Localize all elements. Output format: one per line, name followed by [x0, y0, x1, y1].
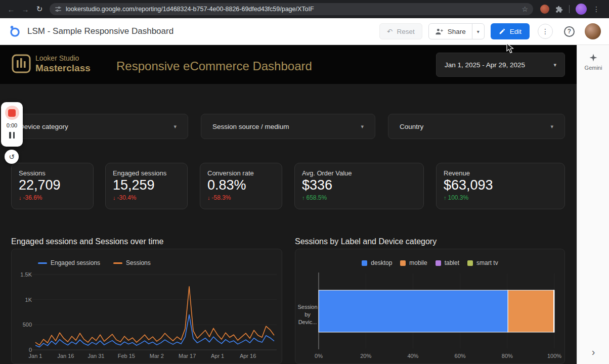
- scorecard-label: Avg. Order Value: [302, 169, 416, 177]
- scorecard-delta: ↑ 658.5%: [302, 194, 416, 201]
- gemini-label: Gemini: [585, 65, 602, 71]
- chevron-down-icon: ▾: [173, 123, 177, 130]
- legend-item: mobile: [400, 259, 427, 266]
- lsm-logo: Looker Studio Masterclass: [11, 54, 91, 74]
- stop-recording-button[interactable]: [5, 106, 19, 120]
- delta-value: -30.4%: [117, 194, 137, 201]
- scorecard-avg-order-value[interactable]: Avg. Order Value $336 ↑ 658.5%: [294, 163, 424, 209]
- filter-country[interactable]: Country ▾: [388, 114, 565, 139]
- scorecard-sessions[interactable]: Sessions 22,709 ↓ -36.6%: [11, 163, 94, 209]
- legend-swatch: [113, 262, 122, 264]
- lsm-logo-line2: Masterclass: [35, 63, 91, 73]
- svg-text:1.5K: 1.5K: [20, 271, 32, 278]
- svg-text:100%: 100%: [547, 353, 561, 359]
- delta-arrow-icon: ↑: [302, 195, 305, 201]
- legend-item: Engaged sessions: [38, 259, 100, 266]
- line-chart: 05001K1.5KJan 1Jan 16Jan 31Feb 15Mar 2Ma…: [12, 249, 282, 364]
- line-chart-panel[interactable]: Engaged sessions Sessions 05001K1.5KJan …: [11, 249, 282, 364]
- svg-text:Jan 1: Jan 1: [29, 353, 42, 359]
- scorecard-engaged-sessions[interactable]: Engaged sessions 15,259 ↓ -30.4%: [105, 163, 188, 209]
- stacked-bar-chart: 0%20%40%60%80%100%SessionbyDevic...: [295, 249, 565, 364]
- more-options-button[interactable]: ⋮: [538, 24, 553, 39]
- bar-chart-panel[interactable]: desktop mobile tablet smart tv 0%20%40%6…: [295, 249, 565, 364]
- back-icon[interactable]: ←: [4, 5, 18, 14]
- scorecard-label: Engaged sessions: [113, 169, 180, 177]
- undo-icon: ↶: [387, 27, 393, 35]
- extensions-puzzle-icon[interactable]: [555, 6, 563, 13]
- legend-item: smart tv: [467, 259, 498, 266]
- svg-text:20%: 20%: [360, 353, 371, 359]
- legend-item: desktop: [362, 259, 392, 266]
- person-add-icon: [435, 27, 444, 36]
- scorecard-delta: ↓ -30.4%: [113, 194, 180, 201]
- legend-label: tablet: [445, 259, 459, 266]
- delta-value: 658.5%: [307, 194, 327, 201]
- forward-icon[interactable]: →: [18, 5, 32, 14]
- svg-text:Feb 15: Feb 15: [118, 353, 135, 359]
- svg-text:Mar 2: Mar 2: [150, 353, 164, 359]
- pause-recording-button[interactable]: [9, 132, 15, 139]
- url-bar[interactable]: lookerstudio.google.com/reporting/1d4683…: [50, 3, 533, 15]
- screen-recorder-widget: 0:00: [1, 102, 23, 147]
- delta-value: -58.3%: [212, 194, 231, 201]
- browser-menu-icon[interactable]: ⋮: [593, 5, 600, 13]
- delta-arrow-icon: ↓: [113, 195, 116, 201]
- svg-text:by: by: [304, 311, 311, 317]
- right-rail: Gemini ›: [577, 45, 609, 364]
- collapse-panel-chevron[interactable]: ›: [577, 346, 609, 358]
- svg-text:60%: 60%: [455, 353, 466, 359]
- delta-value: -36.6%: [23, 194, 42, 201]
- help-icon[interactable]: ?: [564, 26, 575, 37]
- scorecard-value: 0.83%: [207, 177, 275, 193]
- pencil-icon: [499, 28, 506, 35]
- legend-swatch: [362, 260, 367, 266]
- legend-label: Sessions: [126, 259, 151, 266]
- lsm-logo-line1: Looker Studio: [35, 54, 91, 63]
- report-title[interactable]: LSM - Sample Responsive Dashboard: [27, 26, 173, 36]
- gemini-button[interactable]: Gemini: [577, 53, 609, 71]
- date-range-value: Jan 1, 2025 - Apr 29, 2025: [445, 61, 525, 69]
- user-avatar[interactable]: [585, 23, 601, 39]
- scorecard-value: $336: [302, 177, 416, 193]
- svg-text:1K: 1K: [25, 297, 32, 303]
- refresh-icon[interactable]: ↻: [32, 5, 47, 14]
- filter-session-source[interactable]: Session source / medium ▾: [201, 114, 375, 139]
- share-button[interactable]: Share ▾: [428, 23, 485, 39]
- scorecard-revenue[interactable]: Revenue $63,093 ↑ 100.3%: [436, 163, 565, 209]
- line-chart-legend: Engaged sessions Sessions: [38, 259, 151, 266]
- reset-button[interactable]: ↶ Reset: [379, 23, 422, 39]
- filter-device-category[interactable]: Device category ▾: [8, 114, 188, 139]
- svg-text:Apr 16: Apr 16: [240, 353, 256, 359]
- scorecard-conversion-rate[interactable]: Conversion rate 0.83% ↓ -58.3%: [200, 163, 282, 209]
- scorecard-delta: ↓ -58.3%: [207, 194, 275, 201]
- svg-text:500: 500: [23, 322, 32, 328]
- share-dropdown-caret[interactable]: ▾: [472, 24, 484, 39]
- restart-recording-button[interactable]: ↺: [5, 150, 19, 164]
- legend-item: Sessions: [113, 259, 151, 266]
- extension-avatar-icon[interactable]: [540, 5, 549, 14]
- dashboard-title: Responsive eCommerce Dashboard: [116, 59, 312, 73]
- legend-label: smart tv: [476, 259, 498, 266]
- legend-swatch: [436, 260, 441, 266]
- legend-swatch: [467, 260, 473, 266]
- browser-chrome: ← → ↻ lookerstudio.google.com/reporting/…: [0, 0, 609, 18]
- bookmark-star-icon[interactable]: ☆: [521, 5, 528, 13]
- edit-button[interactable]: Edit: [491, 23, 530, 39]
- date-range-picker[interactable]: Jan 1, 2025 - Apr 29, 2025 ▾: [436, 53, 565, 77]
- scorecard-delta: ↑ 100.3%: [444, 194, 557, 201]
- chevron-down-icon: ▾: [550, 123, 553, 130]
- legend-label: desktop: [371, 259, 392, 266]
- delta-value: 100.3%: [448, 194, 469, 201]
- date-picker-caret-icon: ▾: [553, 62, 556, 68]
- delta-arrow-icon: ↓: [207, 195, 210, 201]
- delta-arrow-icon: ↓: [19, 195, 22, 201]
- browser-profile-avatar[interactable]: [576, 4, 587, 15]
- toolbar-divider: [569, 5, 570, 13]
- site-info-icon[interactable]: [55, 6, 62, 13]
- svg-text:Jan 16: Jan 16: [57, 353, 74, 359]
- svg-text:Jan 31: Jan 31: [88, 353, 104, 359]
- scorecard-value: 22,709: [19, 177, 86, 193]
- filter-label: Country: [400, 123, 423, 130]
- looker-studio-logo[interactable]: [8, 25, 21, 38]
- line-chart-title: Engaged sessions and Sessions over time: [11, 237, 164, 246]
